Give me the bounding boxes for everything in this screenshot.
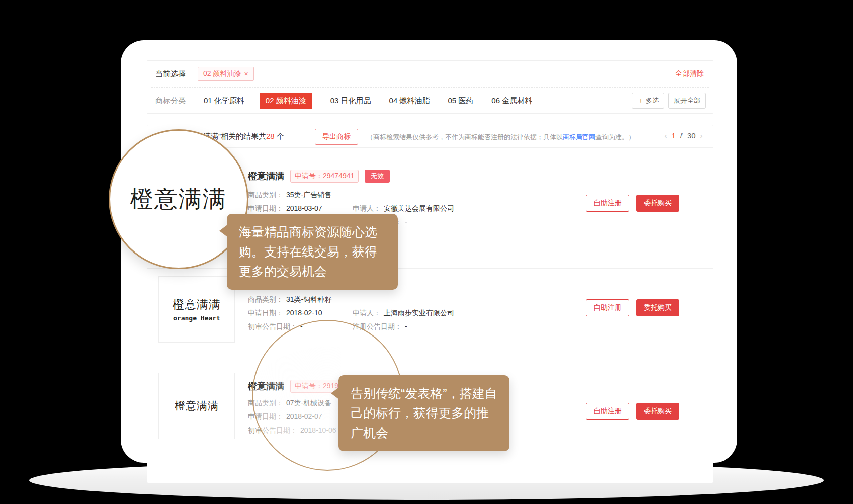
applicant: 申请人：上海雨步实业有限公司 [353, 309, 454, 318]
next-page-icon[interactable]: › [700, 131, 703, 140]
category-item-02-selected[interactable]: 02 颜料油漆 [260, 93, 312, 109]
current-selection-label: 当前选择 [155, 69, 186, 79]
self-register-button[interactable]: 自助注册 [586, 195, 629, 212]
callout-arrow [219, 225, 227, 237]
selected-filter-tag-text: 02 颜料油漆 [203, 69, 241, 78]
selected-filter-tag[interactable]: 02 颜料油漆 × [198, 67, 254, 81]
remove-tag-icon[interactable]: × [244, 70, 248, 78]
trademark-thumbnail[interactable]: 橙意满满 orange Heart [158, 276, 235, 343]
divider [147, 364, 713, 364]
multi-select-button[interactable]: ＋ 多选 [632, 93, 664, 109]
trademark-name[interactable]: 橙意满满 [248, 170, 284, 182]
pagination: ‹ 1 / 30 › [658, 131, 709, 140]
current-page: 1 [671, 131, 675, 140]
apply-date: 申请日期：2018-03-07 [248, 204, 322, 213]
thumbnail-subtext: orange Heart [173, 314, 220, 322]
page-separator: / [680, 131, 683, 140]
goods-category: 商品类别：31类-饲料种籽 [248, 295, 331, 304]
magnified-trademark-text: 橙意满满 [130, 184, 227, 215]
callout-marketplace: 海量精品商标资源随心选购。支持在线交易，获得更多的交易机会 [227, 214, 398, 290]
stage: 当前选择 02 颜料油漆 × 全部清除 商标分类 01 化学原料 02 颜料油漆… [0, 0, 853, 504]
category-item-06[interactable]: 06 金属材料 [491, 96, 532, 106]
goods-category: 商品类别：35类-广告销售 [248, 191, 331, 200]
filter-panel: 当前选择 02 颜料油漆 × 全部清除 商标分类 01 化学原料 02 颜料油漆… [147, 60, 713, 114]
category-item-03[interactable]: 03 日化用品 [330, 96, 371, 106]
expand-all-button[interactable]: 展开全部 [668, 93, 706, 109]
callout-promotion: 告别传统“发表格”，搭建自己的标行，获得更多的推广机会 [338, 375, 509, 451]
trademark-title-row: 橙意满满 申请号：29474941 无效 [248, 170, 390, 183]
trademark-office-link[interactable]: 商标局官网 [563, 133, 595, 141]
category-item-04[interactable]: 04 燃料油脂 [389, 96, 430, 106]
entrust-buy-button[interactable]: 委托购买 [636, 195, 679, 212]
callout-arrow [331, 387, 339, 399]
self-register-button[interactable]: 自助注册 [586, 403, 629, 420]
status-badge: 无效 [365, 170, 390, 183]
application-number-chip: 申请号：29474941 [290, 170, 359, 183]
current-selection-row: 当前选择 02 颜料油漆 × 全部清除 [147, 61, 713, 87]
export-trademark-button[interactable]: 导出商标 [315, 129, 358, 145]
category-item-01[interactable]: 01 化学原料 [204, 96, 244, 106]
apply-date: 申请日期：2018-02-10 [248, 309, 322, 318]
entrust-buy-button[interactable]: 委托购买 [636, 403, 679, 420]
trademark-thumbnail[interactable]: 橙意满满 [158, 373, 235, 439]
category-row: 商标分类 01 化学原料 02 颜料油漆 03 日化用品 04 燃料油脂 05 … [147, 88, 713, 114]
applicant: 申请人：安徽美达会展有限公司 [353, 204, 454, 213]
entrust-buy-button[interactable]: 委托购买 [636, 299, 679, 316]
disclaimer-text: （商标检索结果仅供参考，不作为商标能否注册的法律依据；具体以商标局官网查询为准。… [367, 133, 635, 142]
results-header: 共检索到“橙意满满”相关的结果共28 个 导出商标 （商标检索结果仅供参考，不作… [147, 125, 713, 147]
self-register-button[interactable]: 自助注册 [586, 299, 629, 316]
prev-page-icon[interactable]: ‹ [664, 131, 667, 140]
divider [147, 147, 713, 148]
results-count: 28 [266, 132, 275, 140]
category-item-05[interactable]: 05 医药 [448, 96, 473, 106]
total-pages: 30 [687, 131, 696, 140]
clear-all-button[interactable]: 全部清除 [675, 69, 704, 78]
divider [656, 127, 656, 145]
category-label: 商标分类 [155, 96, 186, 106]
